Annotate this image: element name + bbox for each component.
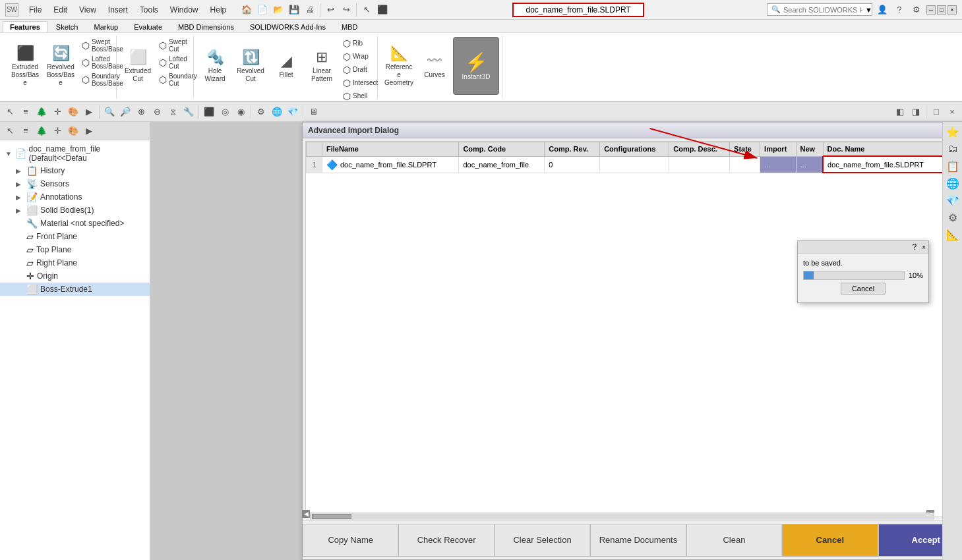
cell-import[interactable]: ... [760, 156, 796, 173]
menu-file[interactable]: File [24, 4, 47, 16]
scrollbar-area[interactable] [310, 513, 934, 520]
zoom-icon[interactable]: 🔎 [118, 105, 133, 119]
linear-pattern-btn[interactable]: ⊞ LinearPattern [305, 37, 339, 95]
zoom2-icon[interactable]: ⊕ [134, 105, 148, 119]
menu-view[interactable]: View [74, 4, 102, 16]
user-icon[interactable]: 👤 [875, 3, 889, 17]
cursor-icon[interactable]: ↖ [359, 3, 374, 17]
save-cancel-btn[interactable]: Cancel [841, 283, 886, 294]
tree-history[interactable]: ▶ 📋 History [0, 164, 150, 177]
tree-root[interactable]: ▼ 📄 doc_name_from_file (Default<<Defau [0, 143, 150, 164]
print-icon[interactable]: 🖨 [303, 3, 317, 17]
cell-comp-code[interactable]: doc_name_from_file [459, 156, 545, 173]
reference-geometry-btn[interactable]: 📐 ReferenceGeometry [382, 37, 416, 95]
col-comp-rev[interactable]: Comp. Rev. [545, 142, 600, 157]
expand-icon[interactable]: ▶ [82, 105, 96, 119]
col-filename[interactable]: FileName [322, 142, 459, 157]
cell-state[interactable] [730, 156, 760, 173]
redo-icon[interactable]: ↪ [339, 3, 353, 17]
right-icon-6[interactable]: ⚙ [946, 210, 960, 225]
right-icon-5[interactable]: 💎 [946, 193, 960, 208]
shell-btn[interactable]: ⬡ Shell [340, 90, 375, 103]
instant3d-btn[interactable]: ⚡ Instant3D [453, 37, 499, 95]
tab-markup[interactable]: Markup [87, 21, 126, 32]
tree-sensors[interactable]: ▶ 📡 Sensors [0, 177, 150, 190]
col-comp-code[interactable]: Comp. Code [459, 142, 545, 157]
tree-header-icon4[interactable]: ✛ [50, 124, 65, 138]
home-icon[interactable]: 🏠 [239, 3, 254, 17]
scroll-left-btn[interactable]: ◀ [302, 510, 310, 518]
revolved-cut-btn[interactable]: 🔃 RevolvedCut [233, 37, 268, 95]
tree-annotations[interactable]: ▶ 📝 Annotations [0, 190, 150, 204]
tree-origin[interactable]: ✛ Origin [0, 269, 150, 283]
rename-documents-btn[interactable]: Rename Documents [590, 524, 686, 557]
appearance3-icon[interactable]: 💎 [286, 105, 300, 119]
restore2-icon[interactable]: □ [929, 105, 944, 119]
new-icon[interactable]: 📄 [255, 3, 270, 17]
restore-btn[interactable]: □ [937, 5, 946, 14]
boundary-boss-btn[interactable]: ⬡ Boundary Boss/Base [79, 71, 113, 88]
close-btn[interactable]: × [947, 5, 957, 14]
draft-btn[interactable]: ⬡ Draft [340, 63, 375, 76]
tree-boss-extrude1[interactable]: ⬜ Boss-Extrude1 [0, 283, 150, 296]
close2-icon[interactable]: × [945, 105, 959, 119]
col-state[interactable]: State [730, 142, 760, 157]
appearance1-icon[interactable]: ⚙ [254, 105, 268, 119]
cell-filename[interactable]: 🔷 doc_name_from_file.SLDPRT [322, 156, 459, 173]
lofted-cut-btn[interactable]: ⬡ Lofted Cut [156, 54, 191, 71]
save-dialog-close-btn[interactable]: × [922, 244, 926, 251]
display1-icon[interactable]: ⬛ [202, 105, 216, 119]
move-icon[interactable]: ✛ [50, 105, 65, 119]
display3-icon[interactable]: ◉ [233, 105, 248, 119]
tab-sketch[interactable]: Sketch [49, 21, 86, 32]
col-comp-desc[interactable]: Comp. Desc. [669, 142, 730, 157]
extruded-boss-btn[interactable]: ⬛ ExtrudedBoss/Base [8, 37, 42, 95]
fillet-btn[interactable]: ◢ Fillet [269, 37, 303, 95]
zoom3-icon[interactable]: ⊖ [150, 105, 164, 119]
right-icon-1[interactable]: ⭐ [946, 125, 960, 139]
tree-material[interactable]: 🔧 Material <not specified> [0, 217, 150, 230]
scene-icon[interactable]: 🖥 [306, 105, 320, 119]
hole-wizard-btn[interactable]: 🔩 HoleWizard [198, 37, 232, 95]
rib-btn[interactable]: ⬡ Rib [340, 37, 375, 50]
cell-new[interactable]: ... [796, 156, 823, 173]
tree-top-plane[interactable]: ▱ Top Plane [0, 243, 150, 256]
menu-insert[interactable]: Insert [103, 4, 133, 16]
tree-right-plane[interactable]: ▱ Right Plane [0, 256, 150, 269]
search-dropdown-icon[interactable]: ▼ [865, 6, 872, 14]
select-icon[interactable]: ⬛ [375, 3, 390, 17]
panel-toggle1-icon[interactable]: ◧ [893, 105, 907, 119]
tab-features[interactable]: Features [3, 21, 47, 32]
tree-header-icon5[interactable]: 🎨 [66, 124, 80, 138]
right-icon-3[interactable]: 📋 [946, 159, 960, 173]
cell-doc-name[interactable]: doc_name_from_file.SLDPRT [823, 156, 944, 173]
tree-solid-bodies[interactable]: ▶ ⬜ Solid Bodies(1) [0, 204, 150, 217]
extruded-cut-btn[interactable]: ⬜ ExtrudedCut [121, 37, 155, 95]
right-icon-4[interactable]: 🌐 [946, 176, 960, 190]
scrollbar-thumb[interactable] [312, 514, 351, 519]
swept-cut-btn[interactable]: ⬡ Swept Cut [156, 37, 191, 54]
wrap-btn[interactable]: ⬡ Wrap [340, 50, 375, 63]
tree-header-icon3[interactable]: 🌲 [34, 124, 49, 138]
search2-icon[interactable]: 🔍 [102, 105, 117, 119]
settings-icon[interactable]: ⚙ [909, 3, 924, 17]
menu-tools[interactable]: Tools [135, 4, 164, 16]
col-configurations[interactable]: Configurations [600, 142, 669, 157]
right-icon-7[interactable]: 📐 [946, 227, 960, 242]
tree-front-plane[interactable]: ▱ Front Plane [0, 230, 150, 243]
search-input[interactable] [783, 6, 862, 14]
minimize-btn[interactable]: ─ [926, 5, 936, 14]
cell-comp-desc[interactable] [669, 156, 730, 173]
menu-edit[interactable]: Edit [48, 4, 73, 16]
clear-selection-btn[interactable]: Clear Selection [495, 524, 590, 557]
search-box[interactable]: 🔍 ▼ [767, 3, 872, 16]
tree-header-icon1[interactable]: ↖ [3, 124, 17, 138]
intersect-btn[interactable]: ⬡ Intersect [340, 76, 375, 90]
help-icon[interactable]: ? [892, 3, 907, 17]
cancel-btn[interactable]: Cancel [782, 524, 878, 557]
revolved-boss-btn[interactable]: 🔄 RevolvedBoss/Base [44, 37, 78, 95]
menu-help[interactable]: Help [205, 4, 232, 16]
tab-mbd[interactable]: MBD [334, 21, 365, 32]
tree-icon[interactable]: 🌲 [34, 105, 49, 119]
save-icon[interactable]: 💾 [287, 3, 301, 17]
